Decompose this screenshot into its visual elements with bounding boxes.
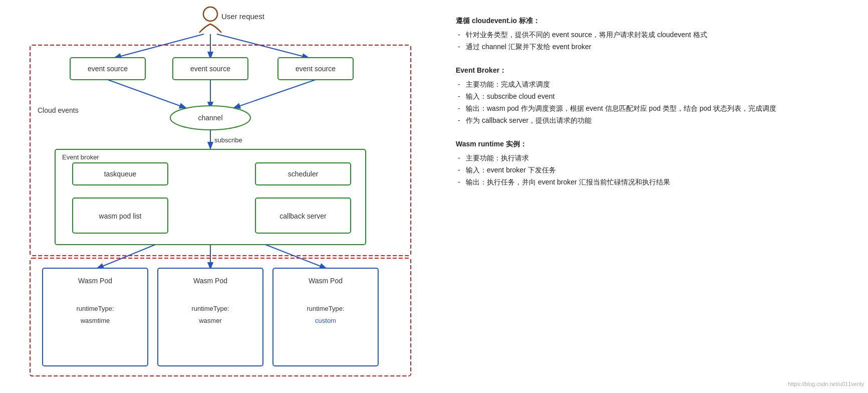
svg-text:taskqueue: taskqueue	[104, 170, 137, 178]
svg-text:event source: event source	[88, 65, 128, 73]
svg-line-31	[265, 245, 326, 268]
svg-text:channel: channel	[198, 114, 222, 122]
svg-text:subscribe: subscribe	[214, 136, 242, 144]
section2-item-4: 作为 callback server，提供出请求的功能	[456, 115, 858, 127]
section2-item-1: 主要功能：完成入请求调度	[456, 79, 858, 91]
section2-title: Event Broker：	[456, 65, 858, 77]
section-cloud-events: 遵循 cloudevent.io 标准： 针对业务类型，提供不同的 event …	[456, 15, 858, 53]
section2-item-3: 输出：wasm pod 作为调度资源，根据 event 信息匹配对应 pod 类…	[456, 103, 858, 115]
svg-text:scheduler: scheduler	[288, 170, 319, 178]
svg-line-29	[98, 245, 155, 268]
svg-line-3	[217, 34, 308, 58]
text-panel: 遵循 cloudevent.io 标准： 针对业务类型，提供不同的 event …	[441, 0, 868, 393]
svg-text:Wasm Pod: Wasm Pod	[193, 277, 227, 285]
svg-line-2	[115, 34, 204, 58]
watermark: https://blog.csdn.net/u011venly	[788, 379, 864, 389]
diagram-panel: User request Cloud events event source e…	[0, 0, 441, 393]
section1-list: 针对业务类型，提供不同的 event source，将用户请求封装成 cloud…	[456, 29, 858, 53]
section1-item-1: 针对业务类型，提供不同的 event source，将用户请求封装成 cloud…	[456, 29, 858, 41]
svg-line-11	[108, 80, 185, 108]
svg-text:custom: custom	[315, 317, 336, 324]
svg-text:callback server: callback server	[279, 212, 327, 220]
svg-text:event source: event source	[190, 65, 230, 73]
svg-text:wasmtime: wasmtime	[80, 317, 110, 324]
section3-item-2: 输入：event broker 下发任务	[456, 164, 858, 176]
section2-item-2: 输入：subscribe cloud event	[456, 91, 858, 103]
section-wasm-runtime: Wasm runtime 实例： 主要功能：执行请求 输入：event brok…	[456, 138, 858, 188]
section3-title: Wasm runtime 实例：	[456, 138, 858, 150]
svg-text:runtimeType:: runtimeType:	[76, 305, 114, 312]
svg-text:runtimeType:: runtimeType:	[307, 305, 344, 312]
section-event-broker: Event Broker： 主要功能：完成入请求调度 输入：subscribe …	[456, 65, 858, 126]
user-request-label: User request	[221, 12, 265, 21]
svg-text:event source: event source	[296, 65, 336, 73]
section2-list: 主要功能：完成入请求调度 输入：subscribe cloud event 输出…	[456, 79, 858, 126]
svg-text:Event broker: Event broker	[62, 153, 99, 161]
svg-text:Wasm Pod: Wasm Pod	[309, 277, 343, 285]
section3-item-3: 输出：执行任务，并向 event broker 汇报当前忙碌情况和执行结果	[456, 176, 858, 188]
svg-text:Wasm Pod: Wasm Pod	[78, 277, 112, 285]
section3-list: 主要功能：执行请求 输入：event broker 下发任务 输出：执行任务，并…	[456, 152, 858, 188]
svg-text:runtimeType:: runtimeType:	[191, 305, 229, 312]
svg-point-0	[203, 7, 217, 21]
svg-text:wasmer: wasmer	[198, 317, 222, 324]
section1-item-2: 通过 channel 汇聚并下发给 event broker	[456, 41, 858, 53]
section1-title: 遵循 cloudevent.io 标准：	[456, 15, 858, 27]
svg-line-13	[234, 80, 316, 108]
cloud-events-label: Cloud events	[38, 106, 79, 114]
section3-item-1: 主要功能：执行请求	[456, 152, 858, 164]
svg-text:wasm pod list: wasm pod list	[99, 212, 142, 220]
